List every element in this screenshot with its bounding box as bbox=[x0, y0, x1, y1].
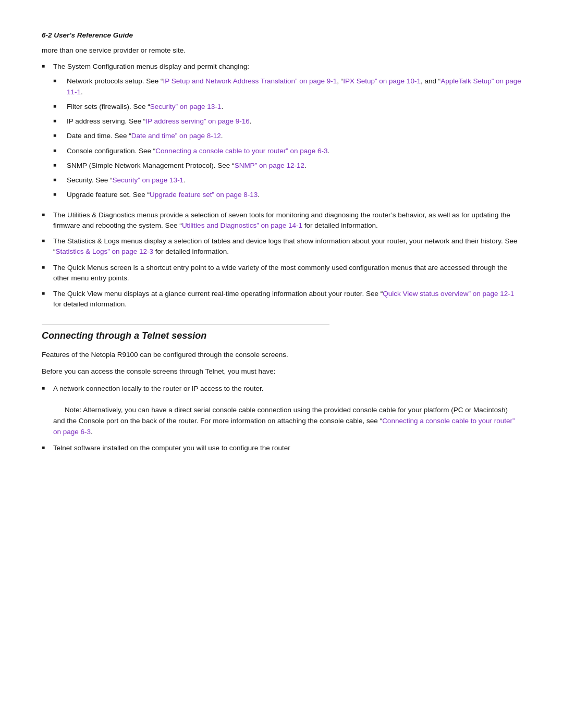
bullet-content: Upgrade feature set. See “Upgrade featur… bbox=[67, 190, 521, 200]
bullet-icon: ■ bbox=[53, 102, 67, 110]
bullet-content: The Quick Menus screen is a shortcut ent… bbox=[53, 263, 521, 284]
link[interactable]: Quick View status overview” on page 12-1 bbox=[383, 290, 514, 298]
link[interactable]: IP Setup and Network Address Translation… bbox=[163, 77, 337, 85]
link[interactable]: Upgrade feature set” on page 8-13 bbox=[150, 191, 258, 199]
link[interactable]: Security” on page 13-1 bbox=[113, 176, 184, 184]
bullet-icon: ■ bbox=[42, 263, 53, 271]
chapter-label: 6-2 User's Reference Guide bbox=[42, 31, 521, 39]
list-item: ■ The Statistics & Logs menus display a … bbox=[42, 236, 521, 257]
bullet-content: SNMP (Simple Network Management Protocol… bbox=[67, 161, 521, 171]
list-item: ■ Upgrade feature set. See “Upgrade feat… bbox=[53, 190, 521, 200]
bullet-icon: ■ bbox=[53, 146, 67, 154]
bullet-content: The Quick View menu displays at a glance… bbox=[53, 289, 521, 310]
link[interactable]: Utilities and Diagnostics” on page 14-1 bbox=[182, 221, 302, 229]
intro-paragraph: more than one service provider or remote… bbox=[42, 46, 521, 54]
features-paragraph: Features of the Netopia R9100 can be con… bbox=[42, 350, 521, 361]
list-item: ■ The Utilities & Diagnostics menus prov… bbox=[42, 210, 521, 231]
bullet-content: The Statistics & Logs menus display a se… bbox=[53, 236, 521, 257]
list-item: ■ The Quick View menu displays at a glan… bbox=[42, 289, 521, 310]
bullet-icon: ■ bbox=[42, 289, 53, 297]
bullet-content: Network protocols setup. See “IP Setup a… bbox=[67, 76, 521, 97]
main-bullet-list: ■ The System Configuration menus display… bbox=[42, 61, 521, 310]
list-item: ■ IP address serving. See “IP address se… bbox=[53, 116, 521, 127]
link[interactable]: Connecting a console cable to your route… bbox=[155, 147, 327, 155]
link[interactable]: Security” on page 13-1 bbox=[150, 103, 222, 110]
link[interactable]: Connecting a console cable to your route… bbox=[53, 417, 515, 436]
list-item: ■ Date and time. See “Date and time” on … bbox=[53, 131, 521, 141]
bullet-text: The System Configuration menus display a… bbox=[53, 63, 249, 70]
bullet-content: Console configuration. See “Connecting a… bbox=[67, 146, 521, 156]
bullet-content: The Utilities & Diagnostics menus provid… bbox=[53, 210, 521, 231]
bullet-content: A network connection locally to the rout… bbox=[53, 384, 521, 437]
list-item: ■ Security. See “Security” on page 13-1. bbox=[53, 175, 521, 186]
bullet-icon: ■ bbox=[53, 161, 67, 169]
bullet-icon: ■ bbox=[53, 131, 67, 139]
bullet-icon: ■ bbox=[53, 176, 67, 183]
bullet-content: The System Configuration menus display a… bbox=[53, 61, 521, 205]
before-paragraph: Before you can access the console screen… bbox=[42, 366, 521, 377]
list-item: ■ The Quick Menus screen is a shortcut e… bbox=[42, 263, 521, 284]
bullet-content: Date and time. See “Date and time” on pa… bbox=[67, 131, 521, 141]
bullet-content: Telnet software installed on the compute… bbox=[53, 443, 521, 453]
link[interactable]: IPX Setup” on page 10-1 bbox=[343, 77, 421, 85]
bullet-icon: ■ bbox=[53, 77, 67, 84]
bullet-content: Security. See “Security” on page 13-1. bbox=[67, 175, 521, 186]
link[interactable]: IP address serving” on page 9-16 bbox=[145, 117, 249, 125]
sub-bullet-list: ■ Network protocols setup. See “IP Setup… bbox=[53, 76, 521, 200]
bullet-content: Filter sets (firewalls). See “Security” … bbox=[67, 102, 521, 112]
list-item: ■ A network connection locally to the ro… bbox=[42, 384, 521, 437]
list-item: ■ Filter sets (firewalls). See “Security… bbox=[53, 102, 521, 112]
bullet-icon: ■ bbox=[42, 443, 53, 451]
list-item: ■ Console configuration. See “Connecting… bbox=[53, 146, 521, 156]
list-item: ■ Network protocols setup. See “IP Setup… bbox=[53, 76, 521, 97]
bullet-icon: ■ bbox=[42, 62, 53, 70]
list-item: ■ SNMP (Simple Network Management Protoc… bbox=[53, 161, 521, 171]
bullet-icon: ■ bbox=[53, 190, 67, 198]
bullet-content: IP address serving. See “IP address serv… bbox=[67, 116, 521, 127]
section-divider bbox=[42, 325, 329, 325]
list-item: ■ The System Configuration menus display… bbox=[42, 61, 521, 205]
bullet-icon: ■ bbox=[42, 211, 53, 218]
telnet-bullet-list: ■ A network connection locally to the ro… bbox=[42, 384, 521, 453]
bullet-icon: ■ bbox=[42, 237, 53, 244]
note-text: Note: Alternatively, you can have a dire… bbox=[53, 406, 515, 436]
bullet-icon: ■ bbox=[42, 384, 53, 392]
list-item: ■ Telnet software installed on the compu… bbox=[42, 443, 521, 453]
page-header: 6-2 User's Reference Guide bbox=[42, 31, 521, 39]
link[interactable]: Statistics & Logs” on page 12-3 bbox=[56, 248, 154, 255]
bullet-icon: ■ bbox=[53, 117, 67, 125]
link[interactable]: SNMP” on page 12-12 bbox=[235, 162, 304, 169]
section-title: Connecting through a Telnet session bbox=[42, 330, 521, 341]
link[interactable]: Date and time” on page 8-12 bbox=[131, 132, 221, 140]
